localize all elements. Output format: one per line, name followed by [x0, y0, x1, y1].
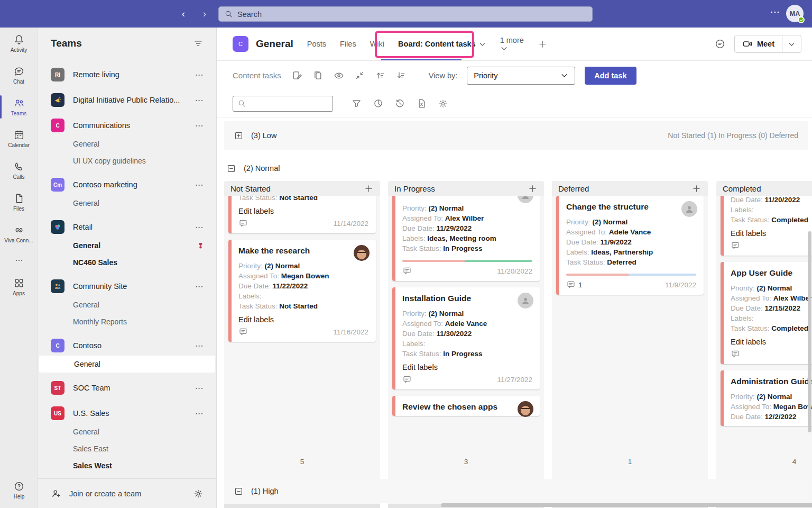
task-due-date: Due Date: 11/29/2022 [402, 223, 532, 233]
add-tab-icon[interactable] [538, 39, 548, 49]
sidebar-team-retail[interactable]: Retail∙∙∙ [38, 217, 216, 237]
field-label: Task Status: [566, 258, 607, 266]
task-status: Task Status: Not Started [238, 196, 368, 203]
task-card-update-the-website[interactable]: Update the websitePriority: (2) NormalAs… [228, 196, 376, 233]
rename-plan-icon[interactable] [292, 70, 303, 81]
user-avatar[interactable]: MA [786, 5, 804, 22]
task-card-installation-guide[interactable]: Installation GuidePriority: (2) NormalAs… [392, 287, 540, 389]
edit-labels-link[interactable]: Edit labels [238, 207, 274, 215]
sidebar-team-remote-living[interactable]: RIRemote living∙∙∙ [38, 65, 216, 85]
rail-item-teams[interactable]: Teams [0, 91, 38, 123]
rail-item-calls[interactable]: Calls [0, 155, 38, 186]
back-arrow-icon[interactable]: ‹ [178, 7, 189, 21]
team-more-menu[interactable]: ∙∙∙ [196, 71, 204, 79]
rail-item-files[interactable]: Files [0, 186, 38, 218]
team-avatar [51, 220, 64, 234]
add-task-button[interactable]: Add task [585, 67, 636, 85]
sidebar-channel-general[interactable]: General [38, 135, 216, 152]
sidebar-team-contoso[interactable]: CContoso∙∙∙ [38, 335, 216, 356]
join-or-create-team-button[interactable]: Join or create a team [38, 478, 216, 508]
sidebar-channel-ui-ux-copy-guidelines[interactable]: UI UX copy guidelines [38, 152, 216, 169]
sidebar-channel-general[interactable]: General [38, 296, 216, 313]
rail-item-apps[interactable]: Apps [0, 271, 38, 303]
channel-conversation-icon[interactable] [714, 38, 726, 50]
sidebar-channel-general[interactable]: General [39, 356, 215, 373]
filter-teams-icon[interactable] [193, 38, 204, 49]
meet-options-chevron[interactable] [782, 35, 801, 52]
team-more-menu[interactable]: ∙∙∙ [196, 181, 204, 189]
rail-item-viva-conn-[interactable]: Viva Conn... [0, 218, 38, 250]
collapse-group-icon[interactable] [234, 486, 244, 496]
sidebar-team-community-site[interactable]: Community Site∙∙∙ [38, 276, 216, 296]
task-due-date: Due Date: 11/30/2022 [402, 329, 532, 339]
forward-arrow-icon[interactable]: › [199, 7, 210, 21]
edit-labels-link[interactable]: Edit labels [731, 229, 766, 238]
chevron-down-icon [560, 71, 568, 79]
collapse-group-icon[interactable] [226, 164, 236, 174]
add-card-icon[interactable] [364, 184, 374, 194]
vertical-scrollbar[interactable] [808, 231, 811, 432]
team-more-menu[interactable]: ∙∙∙ [196, 223, 204, 231]
sidebar-team-u-s-sales[interactable]: USU.S. Sales∙∙∙ [38, 403, 216, 423]
edit-labels-link[interactable]: Edit labels [238, 315, 274, 324]
bell-icon [13, 34, 25, 46]
comment-icon [238, 327, 248, 337]
rail-item-label: Activity [11, 47, 27, 53]
team-more-menu[interactable]: ∙∙∙ [196, 96, 204, 104]
sidebar-channel-general[interactable]: General [38, 423, 216, 440]
task-status: Task Status: Completed [731, 323, 812, 333]
expand-group-icon[interactable] [234, 131, 244, 141]
phone-icon [13, 161, 25, 173]
manage-teams-gear-icon[interactable] [193, 488, 204, 499]
rail-item-calendar[interactable]: Calendar [0, 123, 38, 155]
rail-item-more[interactable] [0, 250, 38, 271]
task-card-review-the-chosen-apps[interactable]: Review the chosen apps [392, 396, 540, 416]
task-card-administration-guide[interactable]: Administration GuidePriority: (2) Normal… [721, 370, 812, 426]
sidebar-team-communications[interactable]: CCommunications∙∙∙ [38, 115, 216, 135]
clipped-column-header [224, 504, 380, 508]
team-more-menu[interactable]: ∙∙∙ [196, 122, 204, 130]
tab-more[interactable]: 1 more [500, 36, 524, 52]
add-card-icon[interactable] [528, 184, 538, 194]
sidebar-channel-sales-west[interactable]: Sales West [38, 457, 216, 474]
task-priority: Priority: (2) Normal [566, 217, 696, 227]
task-title: Installation Guide [402, 294, 532, 303]
task-card-permissions-guide[interactable]: Permissions GuidePriority: (2) NormalAss… [392, 196, 540, 281]
sidebar-channel-general[interactable]: General❢ [38, 237, 216, 254]
task-card-app-user-guide[interactable]: App User GuidePriority: (2) NormalAssign… [721, 262, 812, 364]
horizontal-scrollbar[interactable] [441, 503, 812, 507]
assignee-avatar [518, 196, 533, 203]
task-card-make-the-research[interactable]: Make the researchPriority: (2) NormalAss… [228, 240, 376, 342]
column-header: Deferred [552, 181, 708, 196]
team-more-menu[interactable]: ∙∙∙ [196, 410, 204, 418]
task-card[interactable]: Priority: Assigned To: Due Date: 11/20/2… [721, 196, 812, 256]
sidebar-channel-nc460-sales[interactable]: NC460 Sales [38, 254, 216, 271]
sidebar-team-soc-team[interactable]: STSOC Team∙∙∙ [38, 378, 216, 398]
meet-button[interactable]: Meet [734, 35, 801, 53]
task-assigned-to: Assigned To: Adele Vance [566, 227, 696, 237]
column-header: In Progress [388, 181, 544, 196]
team-more-menu[interactable]: ∙∙∙ [196, 342, 204, 350]
edit-labels-link[interactable]: Edit labels [402, 363, 438, 371]
task-card-change-the-structure[interactable]: Change the structurePriority: (2) Normal… [556, 196, 704, 295]
sidebar-channel-general[interactable]: General [38, 195, 216, 212]
tab-files[interactable]: Files [340, 40, 356, 48]
sidebar-channel-sales-east[interactable]: Sales East [38, 440, 216, 457]
rail-item-activity[interactable]: Activity [0, 28, 38, 59]
sidebar-team-digital-initiative-public-relatio-[interactable]: Digital Initiative Public Relatio...∙∙∙ [38, 90, 216, 110]
rail-item-help[interactable]: Help [0, 476, 38, 504]
tab-posts[interactable]: Posts [307, 40, 326, 48]
edit-labels-link[interactable]: Edit labels [731, 338, 766, 346]
add-card-icon[interactable] [691, 184, 702, 194]
team-name: SOC Team [73, 384, 187, 392]
topbar-more-menu[interactable]: ∙∙∙ [770, 7, 780, 16]
rail-item-chat[interactable]: Chat [0, 59, 38, 91]
task-title: Make the research [238, 246, 368, 256]
tab-wiki[interactable]: Wiki [370, 40, 384, 48]
sidebar-channel-monthly-reports[interactable]: Monthly Reports [38, 313, 216, 330]
team-more-menu[interactable]: ∙∙∙ [196, 283, 204, 291]
team-more-menu[interactable]: ∙∙∙ [196, 384, 204, 392]
sidebar-team-contoso-marketing[interactable]: CmContoso marketing∙∙∙ [38, 175, 216, 195]
channel-name: General [73, 301, 99, 309]
column-title: Completed [723, 184, 761, 193]
